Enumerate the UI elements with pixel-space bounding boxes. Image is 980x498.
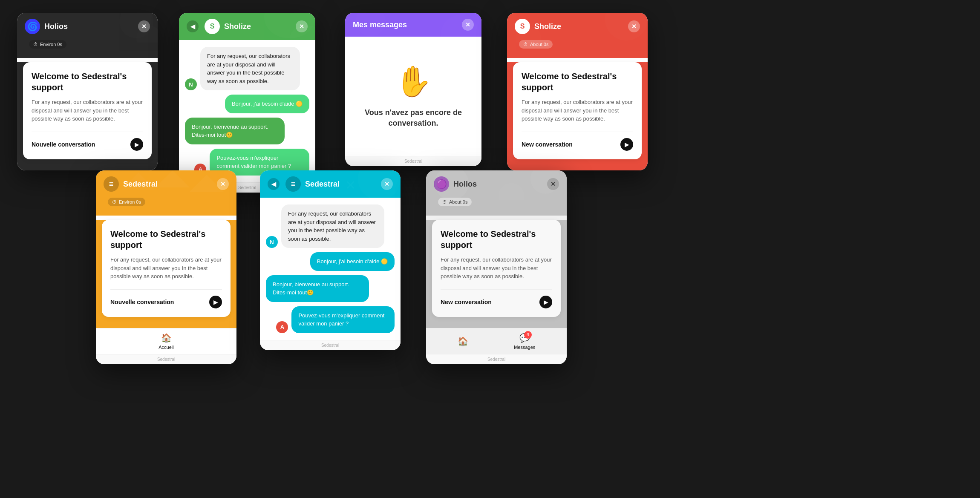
avatar-a: A <box>276 321 288 333</box>
new-conversation-button[interactable]: Nouvelle conversation ▶ <box>110 289 222 308</box>
bottom-nav: 🏠 💬 4 Messages <box>426 328 567 354</box>
svg-point-2 <box>264 13 315 38</box>
widget-title: Holios <box>453 180 477 189</box>
arrow-icon: ▶ <box>209 296 222 308</box>
svg-point-6 <box>605 13 648 40</box>
welcome-text: For any request, our collaborators are a… <box>110 256 222 281</box>
widget-title: Sedestral <box>123 180 158 189</box>
widget-title: Sholize <box>224 22 251 31</box>
message-row: N For any request, our collaborators are… <box>185 47 309 90</box>
widget-sholize-red: S Sholize ✕ ⏱ About 0s Welcome to Sedest… <box>507 13 648 170</box>
back-button[interactable]: ◀ <box>187 20 199 32</box>
home-icon: 🏠 <box>458 336 468 346</box>
widget-title: Sedestral <box>305 180 340 189</box>
empty-state: ✋ Vous n'avez pas encore de conversation… <box>345 37 481 156</box>
close-button[interactable]: ✕ <box>628 20 640 32</box>
welcome-text: For any request, our collaborators are a… <box>441 256 552 281</box>
svg-point-11 <box>358 170 401 200</box>
new-conversation-button[interactable]: New conversation ▶ <box>522 132 633 151</box>
arrow-icon: ▶ <box>130 138 143 151</box>
bubble-right: Bonjour, bienvenue au support. Dites-moi… <box>266 275 369 302</box>
message-row: Pouvez-vous m'expliquer comment valider … <box>266 306 395 333</box>
welcome-title: Welcome to Sedestral's support <box>32 71 143 93</box>
widget-sedestral-orange: ≡ Sedestral ✕ ⏱ Environ 0s Welcome to Se… <box>96 170 236 364</box>
widget-sholize-green: ◀ S Sholize ✕ N For any request, our col… <box>179 13 315 193</box>
welcome-title: Welcome to Sedestral's support <box>110 228 222 250</box>
welcome-text: For any request, our collaborators are a… <box>522 98 633 123</box>
sholize-logo: S <box>515 19 530 34</box>
widget-title: Holios <box>44 22 68 31</box>
close-button[interactable]: ✕ <box>462 19 474 31</box>
timing-pill: ⏱ Environ 0s <box>29 40 66 49</box>
close-button[interactable]: ✕ <box>547 178 559 190</box>
brand-footer: Sedestral <box>426 354 567 364</box>
holios-logo: 🌀 <box>25 19 40 34</box>
back-button[interactable]: ◀ <box>268 178 280 190</box>
message-row: Bonjour, j'ai besoin d'aide 🟡 <box>266 252 395 271</box>
arrow-icon: ▶ <box>620 138 633 151</box>
widget-holios-2: 🟣 Holios ✕ ⏱ About 0s Welcome to Sedestr… <box>426 170 567 364</box>
bottom-nav: 🏠 Accueil <box>96 328 236 354</box>
sedestral-logo: ≡ <box>285 176 301 192</box>
message-row: Bonjour, bienvenue au support. Dites-moi… <box>266 275 395 302</box>
chat-area: N For any request, our collaborators are… <box>179 40 315 182</box>
chat-area: N For any request, our collaborators are… <box>260 198 401 340</box>
nav-home[interactable]: 🏠 Accueil <box>159 333 173 350</box>
welcome-card: Welcome to Sedestral's support For any r… <box>23 62 152 159</box>
message-row: Bonjour, j'ai besoin d'aide 🟡 <box>185 95 309 113</box>
home-icon: 🏠 <box>161 333 172 343</box>
sedestral-logo: ≡ <box>104 176 119 192</box>
widget-title: Sholize <box>534 22 561 31</box>
widget-title: Mes messages <box>353 20 407 29</box>
widget-holios-1: 🌀 Holios ✕ ⏱ Environ 0s Welcome to Sedes… <box>17 13 158 170</box>
nav-home[interactable]: 🏠 <box>458 336 468 346</box>
timing-pill: ⏱ About 0s <box>519 40 553 49</box>
avatar-n: N <box>185 78 197 90</box>
brand-footer: Sedestral <box>345 156 481 166</box>
bubble-right: Bonjour, j'ai besoin d'aide 🟡 <box>225 95 309 113</box>
bubble-left: For any request, our collaborators are a… <box>281 204 384 248</box>
welcome-card: Welcome to Sedestral's support For any r… <box>102 220 231 317</box>
sholize-logo: S <box>205 19 220 34</box>
welcome-title: Welcome to Sedestral's support <box>522 71 633 93</box>
new-conversation-button[interactable]: New conversation ▶ <box>441 289 552 308</box>
bubble-right: Bonjour, j'ai besoin d'aide 🟡 <box>310 252 395 271</box>
widget-sedestral-cyan: ✕ ◀ ≡ Sedestral ✕ N For any request, our… <box>260 170 401 350</box>
holios-logo: 🟣 <box>434 176 449 192</box>
welcome-card: Welcome to Sedestral's support For any r… <box>432 220 561 317</box>
bubble-left: For any request, our collaborators are a… <box>200 47 300 90</box>
empty-icon: ✋ <box>395 64 432 99</box>
close-button[interactable]: ✕ <box>296 20 308 32</box>
close-button[interactable]: ✕ <box>217 178 229 190</box>
svg-text:✕: ✕ <box>345 178 356 192</box>
nav-messages[interactable]: 💬 4 Messages <box>514 333 535 350</box>
welcome-title: Welcome to Sedestral's support <box>441 228 552 250</box>
bubble-right: Bonjour, bienvenue au support. Dites-moi… <box>185 118 285 144</box>
close-button[interactable]: ✕ <box>381 178 393 190</box>
new-conversation-button[interactable]: Nouvelle conversation ▶ <box>32 132 143 151</box>
welcome-card: Welcome to Sedestral's support For any r… <box>513 62 642 159</box>
arrow-icon: ▶ <box>539 296 552 308</box>
empty-text: Vous n'avez pas encore de conversation. <box>358 107 469 129</box>
timing-pill: ⏱ About 0s <box>438 198 472 206</box>
messages-badge: 4 <box>524 331 532 339</box>
svg-marker-8 <box>156 170 190 187</box>
widget-mes-messages: Mes messages ✕ ✋ Vous n'avez pas encore … <box>345 13 481 166</box>
avatar-n: N <box>266 236 278 248</box>
message-row: N For any request, our collaborators are… <box>266 204 395 248</box>
brand-footer: Sedestral <box>96 354 236 364</box>
close-button[interactable]: ✕ <box>138 20 150 32</box>
message-row: Bonjour, bienvenue au support. Dites-moi… <box>185 118 309 144</box>
brand-footer: Sedestral <box>260 340 401 350</box>
timing-pill: ⏱ Environ 0s <box>108 198 145 206</box>
welcome-text: For any request, our collaborators are a… <box>32 98 143 123</box>
bubble-right: Pouvez-vous m'expliquer comment valider … <box>291 306 395 333</box>
